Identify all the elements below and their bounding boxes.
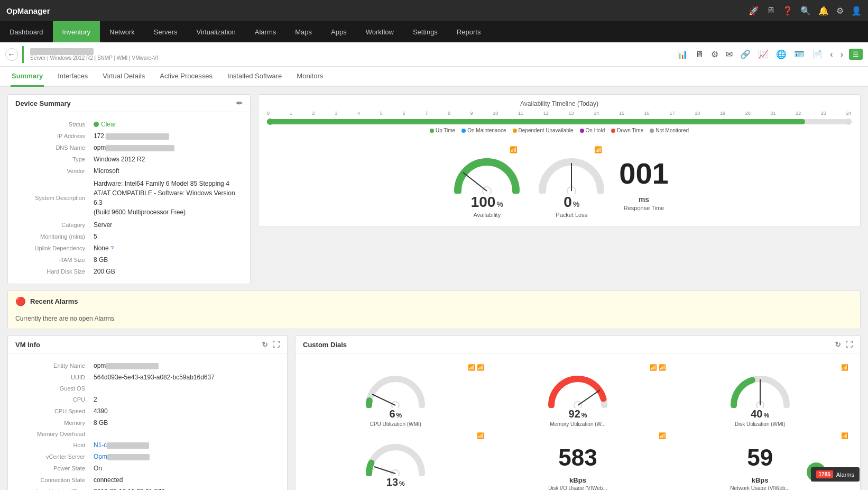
refresh-icon[interactable]: ↻ (262, 340, 268, 349)
alarm-count: 1785 (816, 470, 833, 478)
refresh-icon2[interactable]: ↻ (835, 340, 841, 349)
custom-dials-card: Custom Dials ↻ ⛶ 📶 📶 (295, 335, 861, 490)
avail-label: Availability (473, 212, 501, 218)
cpu-vi-unit: % (399, 480, 405, 487)
diskio-vi-unit-row: kBps (569, 476, 586, 484)
status-clear: Clear (94, 121, 238, 128)
table-row: DNS Name opm (15, 142, 243, 153)
edit-icon[interactable]: ✏ (236, 99, 243, 107)
nav-workflow[interactable]: Workflow (356, 21, 403, 42)
monitor2-icon[interactable]: 🖥 (694, 48, 705, 61)
table-row: Vendor Microsoft (15, 165, 243, 177)
menu-icon[interactable]: ☰ (849, 49, 863, 60)
label-disk: Hard Disk Size (15, 266, 89, 277)
tab-summary[interactable]: Summary (11, 67, 44, 87)
nav-network[interactable]: Network (100, 21, 144, 42)
breadcrumb-device: opm- Server | Windows 2012 R2 | SNMP | W… (30, 48, 158, 61)
prev-icon[interactable]: ‹ (828, 48, 834, 61)
tab-monitors[interactable]: Monitors (296, 67, 324, 87)
host-link[interactable]: N1-c (94, 441, 149, 449)
nav-virtualization[interactable]: Virtualization (187, 21, 245, 42)
graph-icon[interactable]: 📈 (756, 48, 770, 61)
tab-installed-software[interactable]: Installed Software (226, 67, 283, 87)
value-monitoring: 5 (89, 231, 243, 242)
topbar-icons: 🚀 🖥 ❓ 🔍 🔔 ⚙ 👤 (749, 6, 862, 16)
link-icon[interactable]: 🔗 (738, 48, 752, 61)
table-row: Monitoring (mins) 5 (15, 231, 243, 242)
chart-icon[interactable]: 📊 (676, 48, 689, 61)
nav-maps[interactable]: Maps (285, 21, 321, 42)
response-time-display: 001 ms Response Time (619, 151, 668, 211)
alarm-badge[interactable]: 1785 Alarms (811, 467, 860, 482)
table-row: Power State On (15, 462, 280, 474)
net-vi-unit: kBps (752, 476, 769, 484)
settings2-icon[interactable]: ⚙ (709, 48, 720, 61)
custom-dials-body: 📶 📶 6 % CPU Utilization (WMI) (296, 353, 860, 490)
value-vendor: Microsoft (89, 165, 243, 177)
user-icon[interactable]: 👤 (851, 6, 862, 16)
vcenter-link[interactable]: Opm (94, 453, 150, 460)
resp-label: Response Time (624, 205, 664, 211)
table-row: Memory Overhead (15, 429, 280, 439)
nav-apps[interactable]: Apps (321, 21, 356, 42)
monitor-icon[interactable]: 🖥 (767, 6, 775, 15)
cpu-vi-value: 13 % (386, 476, 405, 488)
label-monitoring: Monitoring (mins) (15, 231, 89, 242)
mail-icon[interactable]: ✉ (724, 48, 734, 61)
diskio-vi-label: Disk I/O Usage (VIWeb... (548, 485, 607, 490)
alarm-body: Currently there are no open Alarms. (8, 312, 860, 329)
label-status: Status (15, 119, 89, 130)
expand-icon[interactable]: ⛶ (272, 340, 280, 349)
dials-grid: 📶 📶 6 % CPU Utilization (WMI) (303, 360, 853, 490)
globe-icon[interactable]: 🌐 (774, 48, 788, 61)
nav-inventory[interactable]: Inventory (53, 21, 100, 42)
svg-line-11 (374, 467, 395, 474)
net-vi-label: Network Usage (VIWeb... (730, 485, 790, 490)
nav-alarms[interactable]: Alarms (245, 21, 285, 42)
nav-settings[interactable]: Settings (403, 21, 447, 42)
table-row: Hard Disk Size 200 GB (15, 266, 243, 277)
table-row: IP Address 172. (15, 130, 243, 142)
back-button[interactable]: ← (5, 48, 18, 61)
value-powerstate: On (89, 462, 280, 474)
value-host: N1-c (89, 439, 280, 451)
rocket-icon[interactable]: 🚀 (749, 6, 759, 16)
dial-diskio-vi: 📶 583 kBps Disk I/O Usage (VIWeb... (490, 432, 667, 490)
label-category: Category (15, 219, 89, 231)
next-icon[interactable]: › (839, 48, 845, 61)
mem-wmi-value: 92 % (569, 408, 587, 420)
search-icon[interactable]: 🔍 (800, 6, 811, 16)
vm-table: Entity Name opm UUID 564d093e-5e43-a193-… (15, 360, 280, 490)
device-summary-title: Device Summary (15, 99, 71, 107)
legend-maintenance: On Maintenance (461, 128, 506, 133)
disk-wmi-num: 40 (751, 408, 762, 420)
id-icon[interactable]: 🪪 (792, 48, 806, 61)
cpu-vi-num: 13 (386, 476, 398, 488)
bell-icon[interactable]: 🔔 (818, 6, 829, 16)
expand-icon2[interactable]: ⛶ (845, 340, 853, 349)
vcenter-redacted (107, 454, 150, 460)
tab-interfaces[interactable]: Interfaces (57, 67, 89, 87)
svg-point-0 (483, 187, 491, 194)
device-summary-col: Device Summary ✏ Status Clear (7, 94, 251, 291)
label-guestos: Guest OS (15, 383, 89, 394)
table-row: System Description Hardware: Intel64 Fam… (15, 177, 243, 219)
nav-dashboard[interactable]: Dashboard (0, 21, 53, 42)
question-icon[interactable]: ❓ (782, 6, 793, 16)
tab-active-processes[interactable]: Active Processes (159, 67, 214, 87)
mem-wmi-num: 92 (569, 408, 580, 420)
label-uplink: Uplink Dependency (15, 242, 89, 254)
disk-wmi-label: Disk Utilization (WMI) (735, 421, 786, 427)
value-connstate: connected (89, 474, 280, 486)
cpu-wmi-value: 6 % (389, 408, 402, 420)
value-disk: 200 GB (89, 266, 243, 277)
nav-servers[interactable]: Servers (144, 21, 187, 42)
nav-reports[interactable]: Reports (447, 21, 491, 42)
diskio-number: 583 (558, 444, 597, 471)
recent-alarms-card: 🔴 Recent Alarms Currently there are no o… (7, 291, 861, 329)
file-icon[interactable]: 📄 (810, 48, 824, 61)
tab-virtual-details[interactable]: Virtual Details (101, 67, 146, 87)
settings-icon[interactable]: ⚙ (836, 6, 844, 16)
value-lastupdated: 2019-02-18 15:27:31.578 (89, 486, 280, 490)
table-row: Category Server (15, 219, 243, 231)
